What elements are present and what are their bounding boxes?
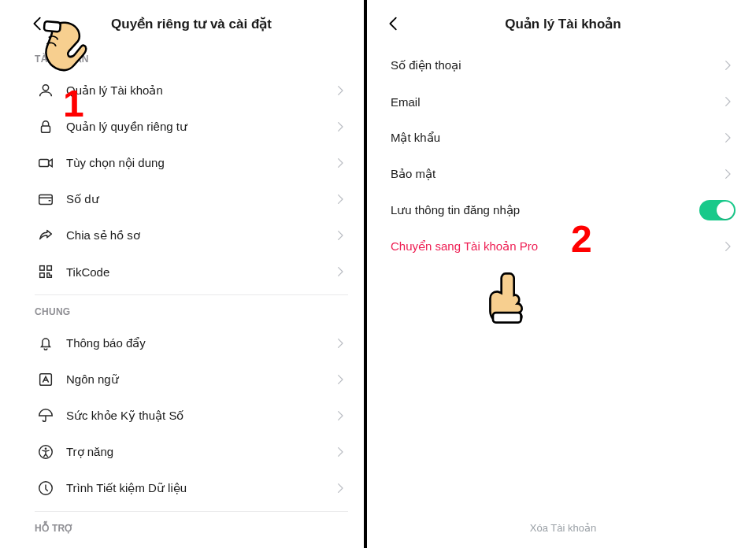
page-title: Quyền riêng tư và cài đặt (111, 16, 272, 32)
section-header-account: TÀI KHOẢN (22, 47, 361, 72)
row-label: Quản lý Tài khoản (66, 83, 334, 98)
row-label: Thông báo đẩy (66, 336, 334, 350)
video-icon (36, 154, 55, 172)
row-email[interactable]: Email (378, 83, 748, 120)
row-language[interactable]: Ngôn ngữ (22, 361, 361, 398)
chevron-right-icon (334, 120, 348, 134)
data-saver-icon (36, 479, 55, 498)
step-number-1: 1 (63, 85, 84, 123)
share-icon (36, 226, 55, 245)
row-label: Mật khẩu (391, 131, 721, 145)
row-phone[interactable]: Số điện thoại (378, 47, 748, 83)
bell-icon (36, 334, 55, 353)
topbar: Quản lý Tài khoản (378, 0, 748, 47)
row-security[interactable]: Bảo mật (378, 156, 748, 192)
step-number-2: 2 (571, 220, 592, 258)
umbrella-icon (36, 406, 55, 425)
chevron-right-icon (334, 228, 348, 243)
toggle-save-login[interactable] (699, 200, 736, 220)
chevron-left-icon (29, 15, 46, 32)
row-save-login[interactable]: Lưu thông tin đăng nhập (378, 192, 748, 228)
chevron-right-icon (721, 94, 736, 109)
chevron-right-icon (721, 131, 736, 145)
back-button[interactable] (27, 13, 49, 35)
topbar: Quyền riêng tư và cài đặt (22, 0, 361, 47)
row-label: Sức khỏe Kỹ thuật Số (66, 409, 334, 423)
section-header-support: HỖ TRỢ (22, 517, 361, 542)
user-icon (36, 81, 55, 100)
row-label: Số dư (66, 192, 334, 206)
chevron-right-icon (334, 156, 348, 170)
chevron-right-icon (334, 192, 348, 206)
row-label: Email (391, 95, 721, 109)
row-data-saver[interactable]: Trình Tiết kiệm Dữ liệu (22, 470, 361, 506)
row-switch-to-pro-account[interactable]: Chuyển sang Tài khoản Pro (378, 228, 748, 265)
row-push-notifications[interactable]: Thông báo đẩy (22, 325, 361, 361)
section-header-general: CHUNG (22, 300, 361, 325)
chevron-right-icon (334, 409, 348, 423)
row-content-prefs[interactable]: Tùy chọn nội dung (22, 145, 361, 181)
row-label: Quản lý quyền riêng tư (66, 120, 334, 134)
chevron-right-icon (334, 265, 348, 279)
divider (35, 511, 348, 512)
row-label: Ngôn ngữ (66, 372, 334, 387)
lock-icon (36, 117, 55, 136)
row-label: Trợ năng (66, 445, 334, 459)
row-balance[interactable]: Số dư (22, 181, 361, 217)
row-label: Trình Tiết kiệm Dữ liệu (66, 481, 334, 495)
section-general: CHUNG Thông báo đẩy Ngôn ngữ Sức khỏe Kỹ… (22, 300, 361, 506)
chevron-right-icon (334, 445, 348, 459)
section-support: HỖ TRỢ (22, 517, 361, 542)
manage-account-screen: Quản lý Tài khoản Số điện thoại Email Mậ… (378, 0, 748, 548)
qrcode-icon (36, 262, 55, 281)
row-label: Chuyển sang Tài khoản Pro (391, 239, 721, 254)
row-label: TikCode (66, 265, 334, 279)
row-accessibility[interactable]: Trợ năng (22, 434, 361, 470)
language-icon (36, 370, 55, 389)
row-label: Lưu thông tin đăng nhập (391, 203, 699, 217)
toggle-knob (717, 202, 734, 219)
row-label: Chia sẻ hồ sơ (66, 228, 334, 243)
row-label: Tùy chọn nội dung (66, 156, 334, 170)
row-share-profile[interactable]: Chia sẻ hồ sơ (22, 217, 361, 254)
divider (35, 294, 348, 295)
row-label: Bảo mật (391, 167, 721, 181)
chevron-right-icon (721, 167, 736, 181)
row-password[interactable]: Mật khẩu (378, 120, 748, 156)
chevron-left-icon (385, 15, 402, 32)
chevron-right-icon (334, 336, 348, 350)
chevron-right-icon (334, 481, 348, 495)
chevron-right-icon (334, 372, 348, 387)
wallet-icon (36, 190, 55, 209)
pane-divider (364, 0, 367, 548)
row-digital-wellbeing[interactable]: Sức khỏe Kỹ thuật Số (22, 398, 361, 434)
chevron-right-icon (721, 239, 736, 254)
accessibility-icon (36, 442, 55, 461)
stage: Quyền riêng tư và cài đặt TÀI KHOẢN Quản… (0, 0, 756, 548)
page-title: Quản lý Tài khoản (505, 16, 621, 32)
account-fields: Số điện thoại Email Mật khẩu Bảo mật Lưu… (378, 47, 748, 265)
back-button[interactable] (383, 13, 405, 35)
row-tikcode[interactable]: TikCode (22, 254, 361, 290)
delete-account-link[interactable]: Xóa Tài khoản (378, 522, 748, 534)
chevron-right-icon (721, 58, 736, 72)
row-label: Số điện thoại (391, 58, 721, 72)
chevron-right-icon (334, 83, 348, 98)
